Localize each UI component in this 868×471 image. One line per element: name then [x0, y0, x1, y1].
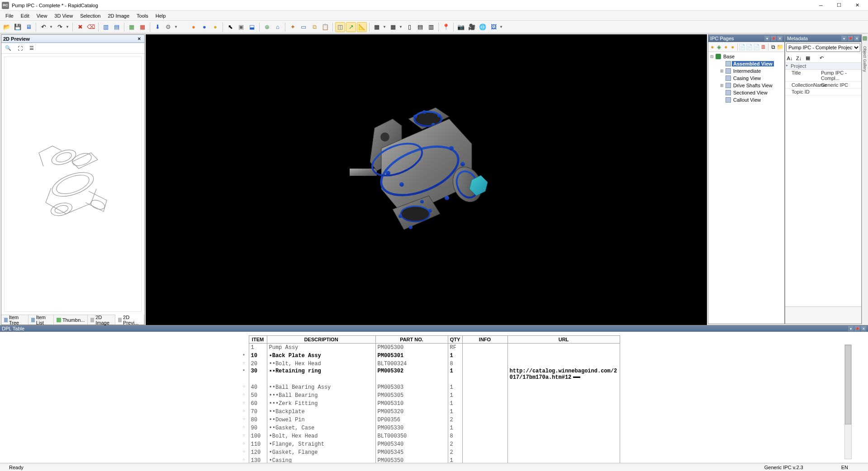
cell-qty[interactable]: 2: [448, 416, 462, 424]
cell-info[interactable]: [462, 432, 508, 440]
cell-description[interactable]: •Back Plate Assy: [267, 352, 375, 360]
table-row[interactable]: ○80••Dowel PinDP003562: [249, 416, 620, 424]
tree-node-view[interactable]: Sectioned View: [709, 89, 783, 96]
preview-close-icon[interactable]: ✕: [136, 36, 142, 42]
tab-2d-preview[interactable]: 2D Previ...: [115, 315, 144, 325]
ipc-folder-icon[interactable]: 📁: [777, 43, 783, 51]
tree-node-view[interactable]: Casing View: [709, 75, 783, 82]
cell-url[interactable]: [508, 408, 620, 416]
cell-url[interactable]: [508, 457, 620, 463]
ipc-doc-del-icon[interactable]: 🗎: [760, 43, 767, 51]
cell-item[interactable]: ○90: [249, 424, 267, 432]
ipc-sphere3-icon[interactable]: ●: [730, 43, 736, 51]
cell-part-no[interactable]: PM005330: [375, 424, 448, 432]
ipc-doc3-icon[interactable]: 📄: [753, 43, 760, 51]
menu-edit[interactable]: Edit: [17, 12, 33, 19]
meta-sort-az-icon[interactable]: A↓: [786, 55, 793, 62]
sphere-orange-icon[interactable]: ●: [189, 22, 199, 32]
redo-icon[interactable]: ↷: [55, 22, 65, 32]
expand-icon[interactable]: ⊞: [719, 69, 725, 73]
cell-description[interactable]: •••Zerk Fitting: [267, 400, 375, 408]
select-part-icon[interactable]: ▣: [236, 22, 246, 32]
gear-icon[interactable]: ⚙: [163, 22, 173, 32]
cell-qty[interactable]: 1: [448, 408, 462, 416]
fit-icon[interactable]: ⛶: [16, 44, 24, 52]
cell-part-no[interactable]: BLT000324: [375, 360, 448, 368]
cell-item[interactable]: ○60: [249, 400, 267, 408]
ipc-sphere1-icon[interactable]: ●: [709, 43, 716, 51]
cell-qty[interactable]: 8: [448, 432, 462, 440]
menu-3d-view[interactable]: 3D View: [51, 12, 76, 19]
world-move-icon[interactable]: ⊕: [262, 22, 272, 32]
cell-info[interactable]: [462, 424, 508, 432]
cell-url[interactable]: [508, 448, 620, 457]
table-row[interactable]: 1Pump AssyPM005300RF: [249, 344, 620, 352]
menu-2d-image[interactable]: 2D Image: [104, 12, 133, 19]
cell-qty[interactable]: 1: [448, 391, 462, 400]
grid2-icon[interactable]: ▦: [388, 22, 398, 32]
ipc-doc1-icon[interactable]: 📄: [739, 43, 745, 51]
cell-item[interactable]: ○100: [249, 432, 267, 440]
menu-selection[interactable]: Selection: [76, 12, 104, 19]
export-image-icon[interactable]: 🖼: [489, 22, 498, 32]
cell-item[interactable]: ●30: [249, 368, 267, 383]
cell-info[interactable]: [462, 360, 508, 368]
select-save-icon[interactable]: ⬓: [247, 22, 257, 32]
cell-url[interactable]: http://catalog.winnebagoind.com/2017/17b…: [508, 368, 620, 383]
tree-node-view[interactable]: ⊞Drive Shafts View: [709, 82, 783, 89]
cell-part-no[interactable]: PM005345: [375, 448, 448, 457]
cell-qty[interactable]: 1: [448, 457, 462, 463]
col-part-no[interactable]: PART NO.: [375, 336, 448, 344]
cell-item[interactable]: ○50: [249, 391, 267, 400]
object-gallery-icon[interactable]: [863, 36, 867, 41]
ipc-doc-copy-icon[interactable]: ⧉: [770, 43, 776, 51]
cell-part-no[interactable]: PM005340: [375, 440, 448, 448]
dpl-scrollbar-thumb[interactable]: [845, 345, 851, 424]
cell-url[interactable]: [508, 432, 620, 440]
menu-view[interactable]: View: [33, 12, 51, 19]
cell-description[interactable]: ••Gasket, Case: [267, 424, 375, 432]
clear-icon[interactable]: ⌫: [86, 22, 96, 32]
open-icon[interactable]: 📂: [2, 22, 12, 32]
cell-item[interactable]: ○120: [249, 448, 267, 457]
cell-description[interactable]: Pump Assy: [267, 344, 375, 352]
camera-icon[interactable]: 📷: [456, 22, 466, 32]
cell-part-no[interactable]: PM005305: [375, 391, 448, 400]
copy-icon[interactable]: ⧉: [309, 22, 319, 32]
menu-tools[interactable]: Tools: [133, 12, 152, 19]
layer-icon[interactable]: ▥: [101, 22, 111, 32]
cell-info[interactable]: [462, 391, 508, 400]
cell-info[interactable]: [462, 416, 508, 424]
cell-description[interactable]: ••Ball Bearing Assy: [267, 383, 375, 391]
col-info[interactable]: INFO: [462, 336, 508, 344]
cell-url[interactable]: [508, 424, 620, 432]
home-icon[interactable]: ⌂: [273, 22, 283, 32]
meta-grid-icon[interactable]: ▦: [804, 55, 811, 62]
ipc-doc2-icon[interactable]: 📄: [746, 43, 753, 51]
menu-file[interactable]: File: [2, 12, 17, 19]
cell-item[interactable]: ○80: [249, 416, 267, 424]
cell-description[interactable]: •••Ball Bearing: [267, 391, 375, 400]
cell-url[interactable]: [508, 440, 620, 448]
delete-icon[interactable]: ✖: [75, 22, 85, 32]
sphere-yellow-icon[interactable]: ●: [210, 22, 220, 32]
maximize-button[interactable]: ☐: [830, 0, 848, 11]
table-row[interactable]: ○50•••Ball BearingPM0053051: [249, 391, 620, 400]
cell-description[interactable]: ••Bolt, Hex Head: [267, 360, 375, 368]
cell-qty[interactable]: 8: [448, 360, 462, 368]
display-icon[interactable]: 🖥: [24, 22, 33, 32]
cell-part-no[interactable]: PM005302: [375, 368, 448, 383]
close-button[interactable]: ✕: [848, 0, 866, 11]
metadata-row[interactable]: TitlePump IPC - Compl...: [785, 70, 861, 82]
pin-icon[interactable]: 📍: [441, 22, 451, 32]
menu-help[interactable]: Help: [152, 12, 170, 19]
cell-info[interactable]: [462, 440, 508, 448]
panel-dropdown-icon[interactable]: ▾: [848, 326, 854, 331]
cell-info[interactable]: [462, 344, 508, 352]
cell-part-no[interactable]: PM005303: [375, 383, 448, 391]
cell-part-no[interactable]: BLT000350: [375, 432, 448, 440]
page-icon[interactable]: ▯: [404, 22, 414, 32]
grid1-icon[interactable]: ▦: [372, 22, 382, 32]
minimize-button[interactable]: ─: [812, 0, 830, 11]
cell-url[interactable]: [508, 391, 620, 400]
